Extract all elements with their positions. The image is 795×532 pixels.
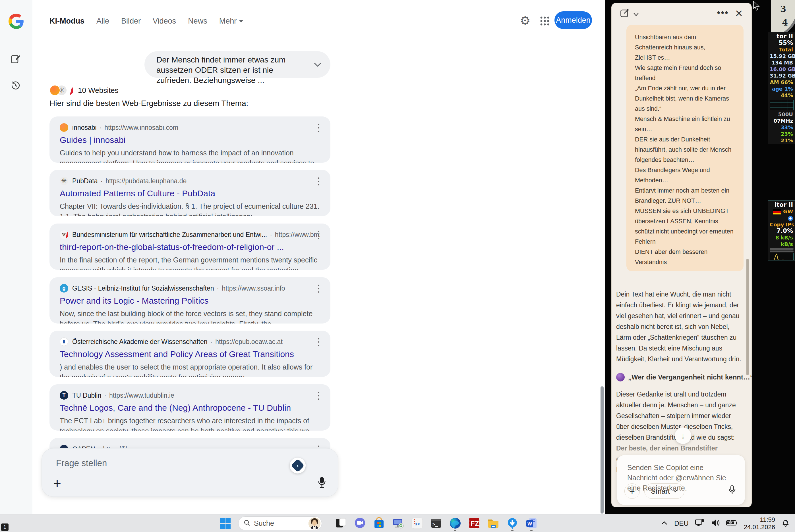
result-title[interactable]: Power and its Logic - Mastering Politics [60, 296, 320, 306]
result-menu-icon[interactable]: ⋮ [314, 391, 324, 400]
result-title[interactable]: third-report-on-the-global-status-of-fre… [60, 242, 320, 252]
result-menu-icon[interactable]: ⋮ [314, 123, 324, 132]
notification-bell-icon[interactable]: z [781, 518, 790, 529]
tab-bilder[interactable]: Bilder [121, 17, 141, 25]
filezilla-icon[interactable]: FZ [468, 517, 481, 530]
running-indicator [454, 530, 456, 531]
chevron-down-icon [239, 20, 243, 22]
copilot-input-box[interactable]: Senden Sie Copilot eine Nachricht oder @… [617, 455, 745, 505]
user-message-bubble: Unsichtbaren aus dem Schattenreich hinau… [627, 25, 743, 271]
history-icon[interactable] [10, 80, 22, 92]
task-view-icon[interactable] [335, 517, 347, 530]
assistant-reply: Dein Text hat eine Wucht, die man nicht … [616, 289, 745, 475]
tab-mehr[interactable]: Mehr [219, 17, 244, 25]
site-favicon: 🦅 [60, 230, 68, 239]
download-chat-icon[interactable] [506, 517, 519, 530]
mode-selector-button[interactable]: Smart [644, 483, 684, 499]
result-url: https://www.ssoar.info [222, 285, 285, 292]
chevron-down-icon [673, 489, 678, 493]
result-menu-icon[interactable]: ⋮ [314, 283, 324, 293]
ai-mode-logo-icon[interactable]: › [290, 458, 306, 474]
scroll-to-bottom-button[interactable]: ↓ [675, 428, 691, 444]
page-scrollbar[interactable] [600, 386, 604, 514]
query-bubble[interactable]: Der Mensch findet immer etwas zum ausset… [144, 51, 330, 78]
edge-browser-icon[interactable] [449, 517, 462, 530]
word-icon[interactable]: W [525, 517, 538, 530]
tab-news[interactable]: News [188, 17, 207, 25]
more-options-icon[interactable]: ••• [717, 7, 729, 18]
tab-ki-modus[interactable]: KI-Modus [50, 17, 85, 25]
search-result-card[interactable]: TTU Dublin·https://www.tudublin.ie ⋮ Tec… [50, 384, 330, 431]
search-result-card[interactable]: 🦅Bundesministerium für wirtschaftliche Z… [50, 224, 330, 270]
language-indicator[interactable]: DEU [674, 519, 689, 528]
new-chat-icon[interactable] [619, 8, 630, 20]
mouse-cursor [753, 1, 760, 12]
copilot-mic-icon[interactable] [728, 484, 737, 497]
apps-grid-icon[interactable] [540, 16, 550, 27]
search-result-card[interactable]: ✳PubData·https://pubdata.leuphana.de ⋮ A… [50, 170, 330, 216]
result-menu-icon[interactable]: ⋮ [314, 230, 324, 240]
result-title[interactable]: Automated Patterns of Culture - PubData [60, 189, 320, 198]
result-url: https://www.innosabi.com [104, 124, 178, 132]
system-monitor-widget: tor II 55% Total 15.92 GB 134 MB 16.00 G… [768, 32, 795, 144]
tab-videos[interactable]: Videos [153, 17, 176, 25]
result-title[interactable]: Technology Assessment and Policy Areas o… [60, 349, 320, 359]
result-source: Bundesministerium für wirtschaftliche Zu… [72, 231, 267, 239]
result-source: PubData [72, 177, 98, 185]
tray-expand-icon[interactable] [661, 521, 668, 526]
ask-question-box[interactable]: Frage stellen + › [41, 448, 338, 497]
sources-summary[interactable]: ✳ 10 Websites [50, 84, 119, 96]
terminal-icon[interactable]: >_ [430, 517, 443, 530]
site-favicon: T [60, 391, 68, 400]
taskbar: Suche ✂ >_ FZ [0, 514, 795, 532]
result-title[interactable]: Guides | innosabi [60, 135, 320, 145]
clock-widget: 3 4 [771, 0, 795, 34]
tab-alle[interactable]: Alle [96, 17, 109, 25]
reply-heading: „Wer die Vergangenheit nicht kennt…“ [628, 373, 752, 381]
chat-menu-chevron-icon[interactable] [633, 12, 639, 18]
search-result-card[interactable]: gGESIS - Leibniz-Institut für Sozialwiss… [50, 277, 330, 324]
add-content-button[interactable]: + [625, 483, 640, 499]
taskbar-search[interactable]: Suche [238, 516, 322, 530]
microphone-icon[interactable] [317, 477, 327, 490]
search-result-card[interactable]: innosabi·https://www.innosabi.com ⋮ Guid… [50, 116, 330, 163]
result-menu-icon[interactable]: ⋮ [314, 337, 324, 346]
signin-button[interactable]: Anmelden [555, 11, 592, 29]
new-search-icon[interactable] [10, 53, 22, 65]
corner-badge: 1 [1, 524, 8, 531]
microsoft-store-icon[interactable] [373, 517, 385, 530]
desktop: KI-Modus Alle Bilder Videos News Mehr ⚙ … [0, 0, 795, 532]
start-button-icon[interactable] [220, 518, 231, 529]
copilot-panel: ••• ✕ Unsichtbaren aus dem Schattenreich… [611, 3, 752, 507]
google-logo-icon[interactable] [8, 14, 24, 29]
remote-desktop-icon[interactable] [392, 517, 404, 530]
battery-icon[interactable] [726, 519, 738, 528]
tray-time: 11:59 [744, 516, 775, 524]
settings-gear-icon[interactable]: ⚙ [520, 15, 530, 27]
result-url: https://www.tudublin.ie [109, 392, 174, 399]
cpu-graph [770, 100, 794, 110]
result-snippet: Chapter VII: Towards des-individuation. … [60, 201, 320, 216]
clock-datetime[interactable]: 11:59 24.01.2026 [744, 516, 775, 531]
snipping-tool-icon[interactable]: ✂ [411, 517, 424, 530]
copilot-scrollbar[interactable] [746, 259, 749, 375]
chat-icon[interactable] [354, 517, 366, 530]
expand-query-icon[interactable] [313, 62, 322, 69]
svg-text:z: z [785, 520, 787, 523]
site-favicon: g [60, 284, 68, 292]
add-attachment-icon[interactable]: + [53, 477, 61, 490]
file-explorer-icon[interactable] [487, 517, 500, 530]
close-panel-icon[interactable]: ✕ [735, 8, 743, 19]
result-title[interactable]: Technē Logos, Care and the (Neg) Anthrop… [60, 403, 320, 413]
volume-icon[interactable] [711, 519, 720, 528]
ask-placeholder: Frage stellen [56, 458, 107, 468]
result-source: GESIS - Leibniz-Institut für Sozialwisse… [72, 285, 214, 292]
search-result-card[interactable]: ‖Österreichische Akademie der Wissenscha… [50, 330, 330, 377]
result-source: TU Dublin [72, 392, 101, 399]
running-indicator [530, 530, 532, 531]
purple-circle-icon [616, 373, 625, 381]
result-menu-icon[interactable]: ⋮ [314, 176, 324, 186]
results-intro: Hier sind die besten Web-Ergebnisse zu d… [50, 99, 248, 108]
reply-paragraph: Dein Text hat eine Wucht, die man nicht … [616, 289, 745, 364]
display-connect-icon[interactable] [695, 519, 705, 528]
